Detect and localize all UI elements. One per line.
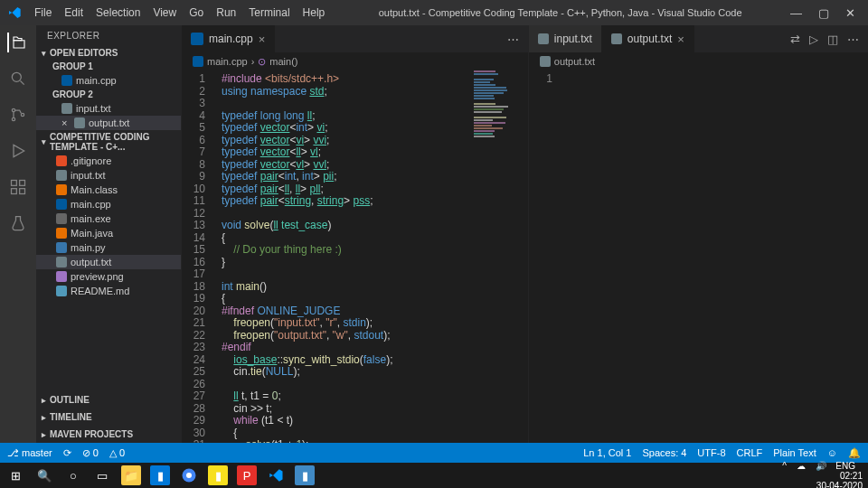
section-outline[interactable]: OUTLINE (36, 391, 181, 408)
encoding[interactable]: UTF-8 (697, 447, 725, 459)
more-icon[interactable]: ⋯ (847, 33, 859, 46)
file-explorer-icon[interactable]: 📁 (121, 465, 141, 485)
file-item[interactable]: output.txt (36, 255, 181, 269)
menu-view[interactable]: View (147, 3, 182, 23)
menu-bar: FileEditSelectionViewGoRunTerminalHelp (29, 3, 330, 23)
menu-go[interactable]: Go (184, 3, 209, 23)
feedback-icon[interactable]: ☺ (827, 447, 837, 459)
svg-point-3 (21, 113, 24, 116)
windows-taskbar: ⊞ 🔍 ○ ▭ 📁 ▮ ▮ P ▮ ^ ☁ 🔊 ENG 02:21 30-04-… (0, 463, 868, 488)
explorer-icon[interactable] (7, 33, 27, 52)
section-maven-projects[interactable]: MAVEN PROJECTS (36, 426, 181, 443)
txt-file-icon (61, 103, 72, 114)
extensions-icon[interactable] (8, 177, 28, 197)
start-icon[interactable]: ⊞ (5, 465, 25, 485)
indent[interactable]: Spaces: 4 (642, 447, 686, 459)
menu-help[interactable]: Help (297, 3, 331, 23)
file-item[interactable]: main.cpp (36, 73, 181, 88)
breadcrumb[interactable]: output.txt (529, 52, 868, 70)
file-item[interactable]: main.py (36, 240, 181, 255)
png-file-icon (56, 271, 67, 282)
breadcrumb[interactable]: main.cpp› ⊙main() (182, 52, 528, 70)
project-section[interactable]: COMPETITIVE CODING TEMPLATE - C+... (36, 130, 181, 154)
problems-warnings[interactable]: △ 0 (109, 447, 125, 459)
activity-bar (0, 25, 36, 443)
problems-errors[interactable]: ⊘ 0 (82, 447, 99, 459)
status-bar: ⎇ master ⟳ ⊘ 0 △ 0 Ln 1, Col 1 Spaces: 4… (0, 443, 868, 463)
chrome-icon[interactable] (179, 465, 199, 485)
eol[interactable]: CRLF (737, 447, 763, 459)
close-button[interactable]: ✕ (845, 6, 855, 20)
tabs-group-1: main.cpp × ⋯ (182, 25, 528, 52)
menu-run[interactable]: Run (211, 3, 241, 23)
language-mode[interactable]: Plain Text (773, 447, 816, 459)
app-icon[interactable]: ▮ (295, 465, 315, 485)
minimap[interactable] (474, 70, 515, 138)
code-editor[interactable]: 1 (529, 70, 868, 443)
system-tray[interactable]: ^ ☁ 🔊 ENG 02:21 30-04-2020 (782, 461, 863, 489)
file-item[interactable]: Main.class (36, 183, 181, 197)
svg-rect-4 (12, 181, 17, 186)
svg-rect-7 (20, 189, 25, 194)
search-icon[interactable]: 🔍 (34, 465, 54, 485)
file-item[interactable]: input.txt (36, 101, 181, 116)
file-item[interactable]: .gitignore (36, 154, 181, 168)
app-icon[interactable]: ▮ (208, 465, 228, 485)
svg-rect-5 (20, 181, 25, 186)
group-1-label: GROUP 1 (36, 60, 181, 73)
file-item[interactable]: ×output.txt (36, 116, 181, 130)
tab-output-txt[interactable]: output.txt × (602, 25, 694, 52)
md-file-icon (56, 286, 67, 296)
menu-terminal[interactable]: Terminal (243, 3, 295, 23)
vscode-taskbar-icon[interactable] (266, 465, 286, 485)
file-item[interactable]: preview.png (36, 269, 181, 284)
vscode-logo-icon (7, 5, 22, 20)
diff-icon[interactable]: ⇄ (790, 33, 800, 46)
menu-selection[interactable]: Selection (90, 3, 146, 23)
txt-file-icon (74, 117, 85, 128)
file-item[interactable]: main.cpp (36, 197, 181, 211)
editor-group-2: input.txt output.txt × ⇄ ▷ ◫ ⋯ output.tx… (528, 25, 868, 443)
scm-icon[interactable] (8, 105, 28, 125)
sync-icon[interactable]: ⟳ (63, 447, 71, 459)
txt-file-icon (611, 33, 622, 44)
more-icon[interactable]: ⋯ (507, 33, 519, 46)
tab-main-cpp[interactable]: main.cpp × (182, 25, 275, 52)
file-item[interactable]: Main.java (36, 226, 181, 240)
txt-file-icon (540, 56, 551, 67)
exe-file-icon (56, 213, 67, 224)
maximize-button[interactable]: ▢ (818, 6, 829, 20)
title-bar: FileEditSelectionViewGoRunTerminalHelp o… (0, 0, 868, 25)
open-editors-section[interactable]: OPEN EDITORS (36, 46, 181, 60)
search-icon[interactable] (8, 69, 28, 89)
svg-point-9 (186, 473, 192, 478)
close-icon[interactable]: × (677, 33, 684, 46)
menu-edit[interactable]: Edit (59, 3, 89, 23)
sidebar-header: EXPLORER (36, 25, 181, 46)
file-item[interactable]: README.md (36, 284, 181, 298)
group-2-label: GROUP 2 (36, 88, 181, 101)
class-file-icon (56, 184, 67, 195)
txt-file-icon (56, 257, 67, 267)
cursor-position[interactable]: Ln 1, Col 1 (583, 447, 631, 459)
store-icon[interactable]: ▮ (150, 465, 170, 485)
file-item[interactable]: main.exe (36, 211, 181, 226)
section-timeline[interactable]: TIMELINE (36, 408, 181, 426)
wps-icon[interactable]: P (237, 465, 257, 485)
close-icon[interactable]: × (259, 33, 266, 46)
tab-input-txt[interactable]: input.txt (529, 25, 602, 52)
run-debug-icon[interactable] (8, 141, 28, 161)
file-item[interactable]: input.txt (36, 168, 181, 183)
svg-point-1 (12, 108, 14, 111)
minimize-button[interactable]: ― (790, 6, 802, 20)
split-icon[interactable]: ◫ (827, 33, 838, 46)
taskview-icon[interactable]: ▭ (92, 465, 112, 485)
testing-icon[interactable] (8, 213, 28, 233)
cortana-icon[interactable]: ○ (63, 465, 83, 485)
git-branch[interactable]: ⎇ master (7, 447, 52, 459)
java-file-icon (56, 228, 67, 239)
cpp-file-icon (61, 75, 72, 86)
notifications-icon[interactable]: 🔔 (848, 447, 861, 459)
run-icon[interactable]: ▷ (809, 33, 818, 46)
menu-file[interactable]: File (29, 3, 57, 23)
